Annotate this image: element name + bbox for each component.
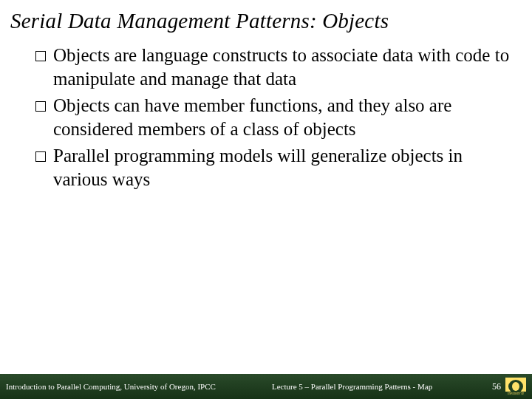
square-bullet-icon: [35, 51, 46, 61]
footer-center-text: Lecture 5 – Parallel Programming Pattern…: [228, 382, 476, 391]
slide-footer: Introduction to Parallel Computing, Univ…: [0, 374, 532, 399]
bullet-item: Objects can have member functions, and t…: [35, 94, 510, 141]
footer-left-text: Introduction to Parallel Computing, Univ…: [6, 382, 228, 391]
square-bullet-icon: [35, 151, 46, 162]
slide: Serial Data Management Patterns: Objects…: [0, 0, 532, 399]
bullet-item: Parallel programming models will general…: [35, 144, 510, 191]
bullet-item: Objects are language constructs to assoc…: [35, 44, 510, 91]
square-bullet-icon: [35, 101, 46, 112]
page-number: 56: [492, 381, 501, 392]
bullet-text: Parallel programming models will general…: [53, 144, 510, 191]
logo-subtext: UNIVERSITY OF OREGON: [505, 392, 526, 396]
footer-right: 56 UNIVERSITY OF OREGON: [476, 378, 526, 395]
bullet-text: Objects are language constructs to assoc…: [53, 44, 510, 91]
slide-title: Serial Data Management Patterns: Objects: [0, 0, 532, 38]
slide-content: Objects are language constructs to assoc…: [0, 38, 532, 399]
bullet-text: Objects can have member functions, and t…: [53, 94, 510, 141]
university-logo-icon: UNIVERSITY OF OREGON: [505, 378, 526, 395]
